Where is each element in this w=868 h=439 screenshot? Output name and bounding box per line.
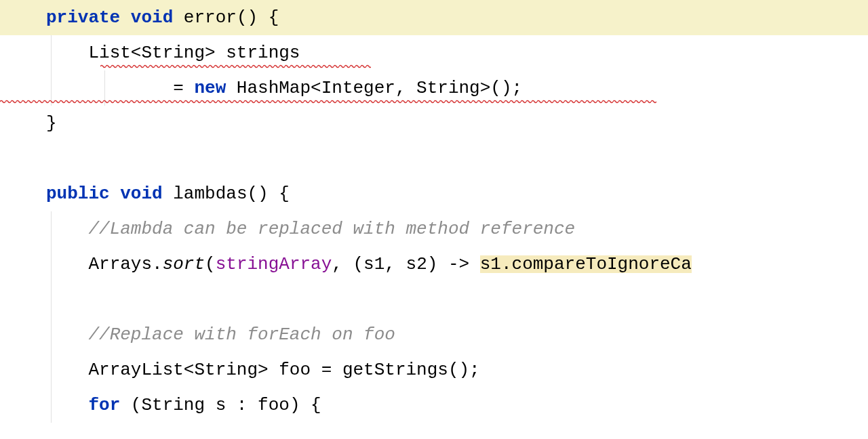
indent: = (46, 79, 194, 97)
paren: ( (205, 255, 216, 273)
indent (46, 361, 88, 379)
code-line[interactable]: } (0, 106, 868, 141)
code-line[interactable]: for (String s : foo) { (0, 388, 868, 423)
space (173, 9, 184, 26)
indent (46, 255, 88, 273)
keyword: void (131, 9, 173, 26)
code-text: (String s : foo) { (120, 396, 321, 414)
keyword: for (88, 396, 120, 414)
indent-guide (51, 317, 52, 352)
indent-guide (51, 282, 52, 317)
code-text: HashMap<Integer, String>(); (226, 79, 522, 97)
space (120, 9, 131, 26)
highlighted-code: s1.compareToIgnoreCa (480, 255, 692, 273)
keyword: void (120, 185, 162, 203)
keyword: public (46, 185, 110, 203)
comment: //Replace with forEach on foo (88, 326, 395, 343)
code-line[interactable] (0, 282, 868, 317)
keyword: private (46, 9, 120, 26)
indent-guide (51, 388, 52, 423)
code-line[interactable]: = new HashMap<Integer, String>(); (0, 70, 868, 106)
field-ref: stringArray (216, 255, 332, 273)
indent-guide (104, 70, 105, 106)
code-line[interactable]: //Replace with forEach on foo (0, 317, 868, 352)
indent-guide (51, 211, 52, 247)
code-line[interactable]: public void lambdas() { (0, 176, 868, 211)
brace: { (269, 185, 290, 203)
parens: () (237, 9, 258, 26)
indent (46, 326, 88, 343)
code-line[interactable]: Arrays.sort(stringArray, (s1, s2) -> s1.… (0, 247, 868, 282)
code-text: Arrays. (88, 255, 162, 273)
code-editor[interactable]: private void error() { List<String> stri… (0, 0, 868, 423)
indent (46, 44, 88, 62)
code-text: , (s1, s2) -> (332, 255, 479, 273)
code-line[interactable]: //Lambda can be replaced with method ref… (0, 211, 868, 247)
keyword: new (194, 79, 226, 97)
indent (46, 220, 88, 238)
error-underline (100, 64, 371, 68)
code-line[interactable]: ArrayList<String> foo = getStrings(); (0, 352, 868, 388)
indent-guide (51, 70, 52, 106)
comment: //Lambda can be replaced with method ref… (88, 220, 575, 238)
indent-guide (51, 352, 52, 388)
space (163, 185, 174, 203)
code-text: ArrayList<String> foo = getStrings(); (88, 361, 479, 379)
method-name: error (184, 9, 237, 26)
indent (46, 396, 88, 414)
code-text: List<String> strings (88, 44, 300, 62)
code-line[interactable] (0, 141, 868, 176)
indent-guide (51, 247, 52, 282)
indent-guide (51, 35, 52, 70)
method-name: lambdas (173, 185, 247, 203)
space (110, 185, 121, 203)
parens: () (247, 185, 268, 203)
brace: } (46, 114, 57, 132)
brace: { (258, 9, 279, 26)
code-line[interactable]: private void error() { (0, 0, 868, 35)
code-line[interactable]: List<String> strings (0, 35, 868, 70)
static-method: sort (163, 255, 205, 273)
error-underline (0, 100, 656, 104)
